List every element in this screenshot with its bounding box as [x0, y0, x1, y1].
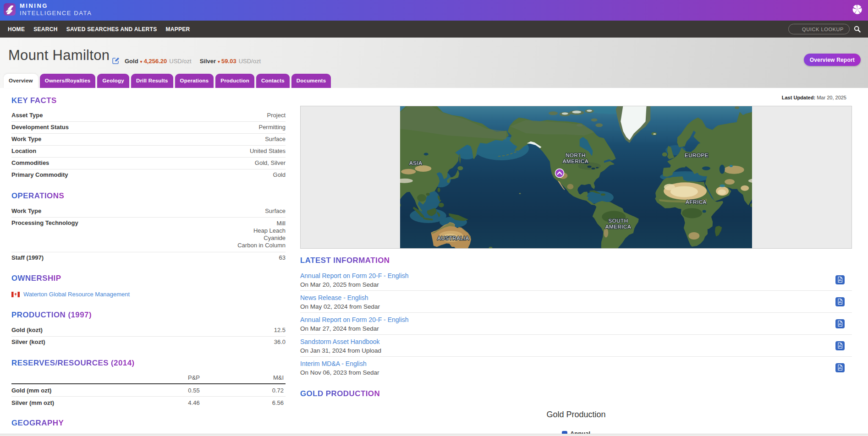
processing-value: Cyanide [237, 234, 286, 242]
nav-item-search[interactable]: SEARCH [33, 26, 57, 33]
nav-item-saved-searches[interactable]: SAVED SEARCHES AND ALERTS [66, 26, 157, 33]
document-list-item: Sandstorm Asset Handbook On Jan 31, 2024… [300, 335, 852, 357]
overview-report-button[interactable]: Overview Report [804, 54, 861, 66]
nav-item-mapper[interactable]: MAPPER [165, 26, 190, 33]
page-header-band: Mount Hamilton Gold ▾ 4,256.20 USD/ozt S… [0, 38, 868, 88]
reserves-mi-value: 6.56 [231, 399, 286, 406]
tab-operations[interactable]: Operations [175, 74, 214, 88]
tab-overview[interactable]: Overview [4, 74, 38, 88]
horizontal-scrollbar[interactable] [0, 434, 868, 436]
silver-price-down-caret-icon: ▾ [218, 59, 220, 64]
document-list-item: Annual Report on Form 20-F - English On … [300, 313, 852, 335]
production-value: 36.0 [274, 339, 286, 345]
nav-item-home[interactable]: HOME [8, 26, 25, 33]
reserves-label: Gold (mm ozt) [11, 387, 157, 394]
latest-information-heading: LATEST INFORMATION [300, 256, 390, 265]
production-row: Gold (kozt) 12.5 [11, 325, 286, 337]
reserves-col-pp: P&P [157, 374, 231, 381]
key-fact-value: Gold, Silver [255, 160, 286, 166]
operations-table: Work Type Surface Processing Technology … [11, 206, 286, 264]
document-list-item: Interim MD&A - English On Nov 06, 2023 f… [300, 357, 852, 378]
logo-icon [4, 3, 16, 16]
key-fact-value: United States [250, 148, 286, 154]
logo-line2: INTELLIGENCE DATA [20, 10, 92, 16]
silver-price: Silver ▾ 59.03 USD/ozt [200, 58, 261, 65]
gold-price-unit: USD/ozt [169, 58, 191, 65]
page-title: Mount Hamilton [8, 47, 110, 64]
map-label-africa: AFRICA [686, 199, 707, 205]
production-value: 12.5 [274, 327, 286, 333]
document-link[interactable]: Interim MD&A - English [300, 360, 852, 367]
key-fact-label: Asset Type [11, 112, 43, 119]
tab-geology[interactable]: Geology [97, 74, 129, 88]
pdf-download-icon[interactable] [835, 297, 845, 306]
main-nav: HOME SEARCH SAVED SEARCHES AND ALERTS MA… [0, 21, 868, 38]
geography-heading: GEOGRAPHY [11, 419, 64, 428]
key-fact-label: Work Type [11, 136, 41, 142]
canada-flag-icon [11, 292, 20, 297]
edit-icon[interactable] [112, 57, 120, 64]
map-location-marker[interactable] [555, 169, 564, 178]
key-fact-row: Development Status Permitting [11, 122, 286, 134]
key-fact-row: Commodities Gold, Silver [11, 158, 286, 169]
last-updated: Last Updated: Mar 20, 2025 [782, 95, 846, 100]
tab-drill-results[interactable]: Drill Results [131, 74, 173, 88]
tab-production[interactable]: Production [215, 74, 254, 88]
quick-lookup-input[interactable] [788, 24, 850, 34]
logo-text: MINING INTELLIGENCE DATA [20, 3, 92, 16]
key-fact-value: Surface [265, 136, 286, 142]
gold-price-value: 4,256.20 [144, 58, 167, 65]
key-facts-heading: KEY FACTS [11, 96, 57, 105]
key-fact-label: Development Status [11, 124, 69, 131]
silver-price-value: 59.03 [221, 58, 236, 65]
map-label-australia: AUSTRALIA [437, 235, 469, 241]
key-fact-value: Project [267, 112, 286, 118]
operations-value: Surface [265, 208, 286, 214]
tab-owners-royalties[interactable]: Owners/Royalties [40, 74, 96, 88]
owner-link[interactable]: Waterton Global Resource Management [23, 291, 130, 298]
reserves-row: Gold (mm ozt) 0.55 0.72 [11, 384, 286, 397]
document-link[interactable]: Annual Report on Form 20-F - English [300, 272, 852, 279]
operations-label: Staff (1997) [11, 255, 44, 261]
ownership-heading: OWNERSHIP [11, 274, 61, 283]
latest-information-list: Annual Report on Form 20-F - English On … [300, 269, 852, 378]
last-updated-value: Mar 20, 2025 [817, 95, 846, 100]
silver-price-label: Silver [200, 58, 216, 65]
pdf-download-icon[interactable] [835, 319, 845, 328]
map-label-europe: EUROPE [685, 153, 709, 158]
reserves-col-mi: M&I [231, 374, 286, 381]
ownership-row: Waterton Global Resource Management [11, 291, 286, 298]
pdf-download-icon[interactable] [835, 341, 845, 350]
world-map[interactable]: ASIA NORTH AMERICA EUROPE AFRICA SOUTH A… [300, 106, 852, 249]
document-link[interactable]: News Release - English [300, 294, 852, 301]
commodity-prices: Gold ▾ 4,256.20 USD/ozt Silver ▾ 59.03 U… [125, 58, 261, 65]
document-meta: On Jan 31, 2024 from Upload [300, 347, 852, 354]
key-fact-value: Permitting [258, 124, 286, 130]
reserves-table: P&P M&I Gold (mm ozt) 0.55 0.72 Silver (… [11, 372, 286, 409]
silver-price-unit: USD/ozt [239, 58, 261, 65]
production-row: Silver (kozt) 36.0 [11, 337, 286, 348]
document-list-item: News Release - English On May 02, 2024 f… [300, 291, 852, 313]
tab-contacts[interactable]: Contacts [256, 74, 290, 88]
pdf-download-icon[interactable] [835, 363, 845, 372]
tab-documents[interactable]: Documents [291, 74, 331, 88]
key-facts-table: Asset Type Project Development Status Pe… [11, 110, 286, 181]
app-logo[interactable]: MINING INTELLIGENCE DATA [4, 3, 92, 16]
operations-row: Staff (1997) 63 [11, 252, 286, 264]
last-updated-label: Last Updated: [782, 95, 815, 100]
production-heading: PRODUCTION (1997) [11, 311, 92, 320]
key-fact-row: Primary Commodity Gold [11, 169, 286, 181]
map-label-south-america-2: AMERICA [605, 224, 632, 229]
search-icon[interactable] [854, 26, 861, 33]
operations-row: Work Type Surface [11, 206, 286, 218]
pdf-download-icon[interactable] [835, 275, 845, 284]
operations-processing-values: Mill Heap Leach Cyanide Carbon in Column [237, 220, 286, 249]
document-link[interactable]: Sandstorm Asset Handbook [300, 338, 852, 345]
gold-price-down-caret-icon: ▾ [140, 59, 143, 64]
reserves-pp-value: 0.55 [157, 387, 231, 394]
document-link[interactable]: Annual Report on Form 20-F - English [300, 316, 852, 323]
processing-value: Heap Leach [237, 227, 286, 234]
logo-line1: MINING [20, 3, 92, 9]
world-map-image: ASIA NORTH AMERICA EUROPE AFRICA SOUTH A… [400, 106, 752, 249]
app-switcher-icon[interactable] [852, 4, 863, 15]
